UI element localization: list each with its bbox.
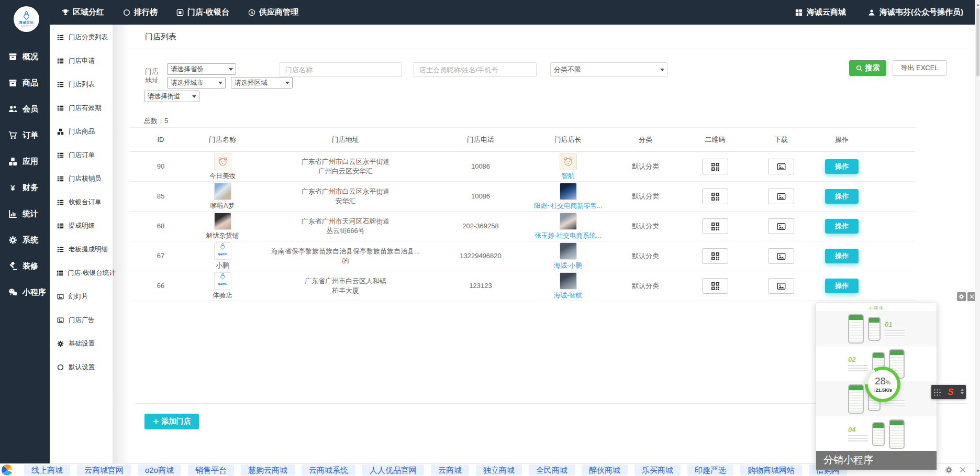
action-button[interactable]: 操作 [825,219,859,234]
topnav-item[interactable]: 区域分红 [62,7,104,17]
sidebar-item-1[interactable]: 概况 [0,43,50,70]
gavel-icon [7,262,18,271]
sidebar-item-8[interactable]: 系统 [0,227,50,253]
submenu-item-13[interactable]: 门店广告 [50,308,113,332]
sidebar-item-3[interactable]: 会员 [0,96,50,122]
topbar-right-item[interactable]: 海诚韦芬(公众号操作员) [868,7,963,17]
qrcode-button[interactable] [702,159,728,174]
topnav-item[interactable]: S供应商管理 [248,7,298,17]
action-button[interactable]: 操作 [825,189,859,204]
action-button[interactable]: 操作 [825,159,859,174]
footer-link[interactable]: 醉伙商城 [582,464,628,475]
stores-table: ID门店名称门店地址门店电话门店店长分类二维码下载操作 90今日美妆广东省广州市… [130,127,915,301]
cell-store-name: 海诚世纪小鹏 [192,242,253,270]
promo-settings-icon[interactable] [957,292,966,301]
action-button[interactable]: 操作 [825,249,859,263]
action-button[interactable]: 操作 [825,279,859,293]
bars-icon [7,209,18,218]
sidebar-item-2[interactable]: 商品 [0,70,50,96]
manager-link[interactable]: 智航 [562,171,575,181]
footer-link[interactable]: 云商城 [431,464,469,475]
footer-link[interactable]: 全民商城 [529,464,575,475]
manager-link[interactable]: 海诚-小鹏 [554,261,582,270]
scrollbar-down-icon[interactable] [976,470,979,474]
footer-link[interactable]: 线上商城 [24,464,70,475]
submenu-item-10[interactable]: 老板提成明细 [50,238,113,261]
manager-link[interactable]: 阳彪~社交电商新零售... [534,201,602,211]
street-select[interactable]: 请选择街道 [144,91,199,102]
city-select[interactable]: 请选择城市 [167,77,226,88]
add-store-button[interactable]: 添加门店 [144,414,199,429]
store-icon [176,9,184,16]
qrcode-button[interactable] [702,248,728,264]
submenu-item-3[interactable]: 门店列表 [50,73,113,96]
footer-link[interactable]: 人人优品官网 [362,464,424,475]
submenu-item-4[interactable]: 门店有效期 [50,96,113,120]
sidebar-item-5[interactable]: 应用 [0,148,50,174]
footer-links: 线上商城云商城官网o2o商城销售平台慧购云商城云商城系统人人优品官网云商城独立商… [24,464,854,475]
download-image-button[interactable] [768,159,794,174]
district-select[interactable]: 请选择区域 [231,77,293,88]
scrollbar-thumb[interactable] [976,8,979,76]
footer-link[interactable]: 购物商城网站 [740,464,802,475]
footer-link[interactable]: o2o商城 [138,464,181,475]
store-category: 默认分类 [632,222,659,231]
manager-link[interactable]: 张玉婷-社交电商系统... [534,231,601,240]
footer-link[interactable]: 独立商城 [476,464,522,475]
submenu-item-15[interactable]: 默认设置 [50,356,113,379]
submenu-item-14[interactable]: 基础设置 [50,332,113,356]
export-excel-button[interactable]: 导出 EXCEL [893,60,946,76]
download-image-button[interactable] [768,248,794,264]
promo-top-label: 小程序 [816,303,937,311]
footer-link[interactable]: 印趣严选 [687,464,733,475]
qrcode-button[interactable] [702,189,728,204]
footer-link[interactable]: 慧购云商城 [241,464,295,475]
store-name: 小鹏 [216,261,229,270]
submenu-item-12[interactable]: 幻灯片 [50,285,113,308]
sidebar-item-10[interactable]: 小程序 [0,279,50,305]
qrcode-button[interactable] [702,218,728,234]
footer-link[interactable]: 销售平台 [188,464,234,475]
district-select-value: 请选择区域 [235,79,268,87]
download-image-button[interactable] [768,189,794,204]
qrcode-button[interactable] [702,278,728,294]
scrollbar-up-icon[interactable] [976,2,979,6]
ime-toolbar[interactable]: S [931,385,966,399]
province-select[interactable]: 请选择省份 [167,63,236,75]
download-image-button[interactable] [768,218,794,234]
owner-input[interactable] [414,62,537,77]
topnav-item[interactable]: 门店-收银台 [176,7,229,17]
promo-section-number: 02 [848,356,855,363]
footer-close-icon[interactable] [959,466,966,473]
footer-gear-icon[interactable] [945,466,953,474]
cell-address: 广东省广州市白云区永平街道安华汇 [253,187,438,206]
topbar-right-label: 海诚云商城 [807,7,846,17]
topbar-right-item[interactable]: 海诚云商城 [795,7,846,17]
cell-address: 广东省广州市天河区石牌街道丛云街666号 [253,217,438,236]
address-line2: 广州白云区安华汇 [318,167,373,176]
sidebar-item-9[interactable]: 装修 [0,253,50,279]
submenu-item-11[interactable]: 门店-收银台统计 [50,261,113,285]
sidebar-item-6[interactable]: ¥财务 [0,174,50,201]
topnav-item[interactable]: 排行榜 [123,7,158,17]
submenu-item-5[interactable]: 门店商品 [50,120,113,143]
submenu-item-2[interactable]: 门店申请 [50,49,113,73]
submenu-item-9[interactable]: 提成明细 [50,214,113,238]
category-select[interactable]: 分类不限 [550,62,667,77]
shop-name-input[interactable] [280,62,402,77]
sidebar-item-4[interactable]: 订单 [0,122,50,148]
page-scrollbar[interactable] [975,0,980,476]
submenu-item-8[interactable]: 收银台订单 [50,191,113,214]
list-icon [57,175,64,182]
footer-link[interactable]: 云商城系统 [302,464,355,475]
submenu-item-7[interactable]: 门店核销员 [50,167,113,191]
manager-link[interactable]: 海诚-智航 [554,291,582,300]
submenu-item-1[interactable]: 门店分类列表 [50,26,113,49]
download-image-button[interactable] [768,278,794,294]
footer-link[interactable]: 乐买商城 [634,464,681,475]
search-button[interactable]: 搜索 [849,60,886,76]
sidebar-item-7[interactable]: 统计 [0,201,50,227]
browser-logo-icon[interactable] [2,464,13,475]
submenu-item-6[interactable]: 门店订单 [50,143,113,167]
footer-link[interactable]: 云商城官网 [77,464,131,475]
